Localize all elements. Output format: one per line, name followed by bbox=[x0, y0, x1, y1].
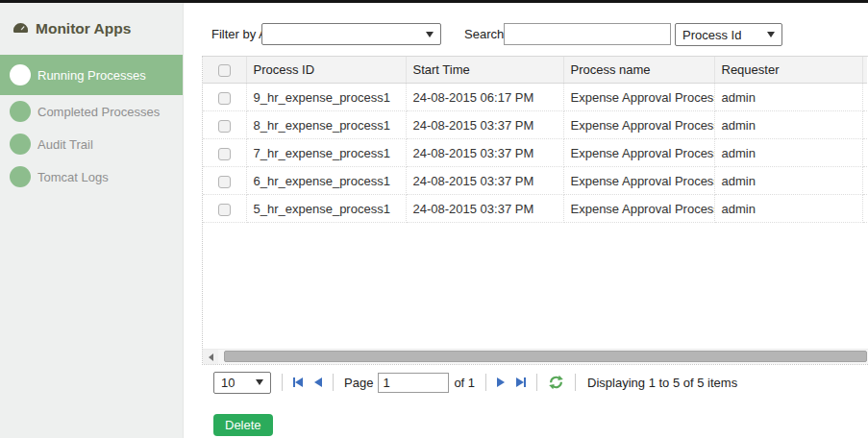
start-time-cell: 24-08-2015 03:37 PM bbox=[406, 139, 563, 167]
row-filler-cell bbox=[862, 167, 867, 195]
last-page-icon bbox=[516, 377, 524, 387]
last-page-button[interactable] bbox=[516, 377, 526, 387]
app-filter-select[interactable] bbox=[261, 23, 441, 45]
table-row[interactable]: 7_hr_expense_process1 24-08-2015 03:37 P… bbox=[203, 139, 867, 167]
column-header-requester[interactable]: Requester bbox=[714, 57, 862, 84]
next-page-button[interactable] bbox=[497, 377, 505, 387]
row-filler-cell bbox=[862, 195, 867, 223]
scrollbar-track[interactable] bbox=[218, 350, 868, 364]
chevron-down-icon bbox=[767, 32, 775, 37]
sidebar-item-completed-processes[interactable]: Completed Processes bbox=[0, 95, 183, 128]
refresh-button[interactable] bbox=[548, 375, 564, 390]
prev-page-icon bbox=[314, 377, 322, 387]
row-select-cell bbox=[203, 167, 246, 195]
start-time-cell: 24-08-2015 06:17 PM bbox=[406, 84, 563, 111]
start-time-cell: 24-08-2015 03:37 PM bbox=[406, 195, 563, 223]
horizontal-scrollbar bbox=[203, 349, 868, 364]
header-filler-cell bbox=[862, 57, 867, 84]
table-row[interactable]: 6_hr_expense_process1 24-08-2015 03:37 P… bbox=[203, 167, 867, 195]
scrollbar-thumb[interactable] bbox=[224, 351, 867, 362]
process-id-cell: 5_hr_expense_process1 bbox=[246, 195, 406, 223]
column-header-process-id[interactable]: Process ID bbox=[246, 57, 406, 84]
process-name-cell: Expense Approval Process bbox=[563, 139, 714, 167]
app-window: Monitor Apps Running Processes Completed… bbox=[0, 0, 868, 438]
sidebar: Monitor Apps Running Processes Completed… bbox=[0, 3, 184, 438]
requester-cell: admin bbox=[714, 111, 862, 139]
bullet-circle-icon bbox=[10, 134, 31, 155]
column-header-process-name[interactable]: Process name bbox=[563, 57, 714, 84]
page-label: Page bbox=[344, 376, 373, 390]
chevron-down-icon bbox=[426, 32, 434, 37]
requester-cell: admin bbox=[714, 84, 862, 111]
row-checkbox[interactable] bbox=[218, 120, 231, 133]
bullet-circle-icon bbox=[10, 64, 31, 85]
process-table: Process ID Start Time Process name Reque… bbox=[203, 57, 867, 223]
sidebar-title: Monitor Apps bbox=[36, 20, 131, 37]
requester-cell: admin bbox=[714, 139, 862, 167]
sidebar-item-label: Running Processes bbox=[37, 68, 146, 83]
row-select-cell bbox=[203, 84, 246, 111]
process-id-cell: 7_hr_expense_process1 bbox=[246, 139, 406, 167]
row-select-cell bbox=[203, 139, 246, 167]
process-id-cell: 8_hr_expense_process1 bbox=[246, 111, 406, 139]
row-select-cell bbox=[203, 111, 246, 139]
sidebar-header: Monitor Apps bbox=[0, 3, 183, 55]
select-all-header-cell bbox=[203, 57, 246, 84]
process-id-cell: 9_hr_expense_process1 bbox=[246, 84, 406, 111]
grid-empty-area bbox=[203, 223, 868, 349]
search-input[interactable] bbox=[504, 23, 671, 45]
toolbar-separator bbox=[575, 374, 576, 391]
row-filler-cell bbox=[862, 111, 867, 139]
sidebar-item-label: Audit Trail bbox=[37, 137, 93, 152]
row-filler-cell bbox=[862, 139, 867, 167]
search-label: Search bbox=[464, 27, 504, 41]
prev-page-button[interactable] bbox=[314, 377, 322, 387]
row-checkbox[interactable] bbox=[218, 176, 231, 188]
sidebar-item-running-processes[interactable]: Running Processes bbox=[0, 55, 183, 95]
requester-cell: admin bbox=[714, 167, 862, 195]
requester-cell: admin bbox=[714, 195, 862, 223]
refresh-icon bbox=[548, 375, 564, 390]
page-size-value: 10 bbox=[221, 376, 235, 390]
sidebar-item-tomcat-logs[interactable]: Tomcat Logs bbox=[0, 160, 183, 193]
process-name-cell: Expense Approval Process bbox=[563, 111, 714, 139]
sidebar-item-label: Completed Processes bbox=[37, 105, 160, 119]
delete-button[interactable]: Delete bbox=[213, 414, 273, 436]
page-size-select[interactable]: 10 bbox=[213, 372, 271, 394]
process-name-cell: Expense Approval Process bbox=[563, 167, 714, 195]
row-checkbox[interactable] bbox=[218, 92, 231, 105]
process-name-cell: Expense Approval Process bbox=[563, 195, 714, 223]
sidebar-item-audit-trail[interactable]: Audit Trail bbox=[0, 128, 183, 160]
toolbar-separator bbox=[536, 374, 537, 391]
bullet-circle-icon bbox=[10, 166, 31, 187]
pagination-status: Displaying 1 to 5 of 5 items bbox=[587, 376, 737, 390]
page-number-input[interactable] bbox=[378, 373, 449, 393]
table-row[interactable]: 9_hr_expense_process1 24-08-2015 06:17 P… bbox=[203, 84, 867, 111]
scroll-left-arrow-icon bbox=[209, 353, 213, 361]
bullet-circle-icon bbox=[10, 101, 31, 122]
sidebar-nav: Running Processes Completed Processes Au… bbox=[0, 55, 183, 193]
process-grid: Process ID Start Time Process name Reque… bbox=[202, 56, 868, 365]
table-row[interactable]: 5_hr_expense_process1 24-08-2015 03:37 P… bbox=[203, 195, 867, 223]
process-id-cell: 6_hr_expense_process1 bbox=[246, 167, 406, 195]
table-row[interactable]: 8_hr_expense_process1 24-08-2015 03:37 P… bbox=[203, 111, 867, 139]
page-count-label: of 1 bbox=[454, 376, 475, 390]
table-header-row: Process ID Start Time Process name Reque… bbox=[203, 57, 867, 84]
search-column-select-value: Process Id bbox=[682, 28, 741, 42]
scroll-left-button[interactable] bbox=[203, 350, 218, 364]
toolbar-separator bbox=[485, 374, 486, 391]
toolbar-separator bbox=[282, 374, 283, 391]
row-checkbox[interactable] bbox=[218, 148, 231, 160]
row-checkbox[interactable] bbox=[218, 204, 231, 216]
start-time-cell: 24-08-2015 03:37 PM bbox=[406, 111, 563, 139]
select-all-checkbox[interactable] bbox=[218, 64, 231, 77]
sidebar-item-label: Tomcat Logs bbox=[37, 170, 109, 184]
column-header-start-time[interactable]: Start Time bbox=[406, 57, 563, 84]
first-page-button[interactable] bbox=[293, 377, 303, 387]
process-name-cell: Expense Approval Process bbox=[563, 84, 714, 111]
toolbar-separator bbox=[333, 374, 334, 391]
row-select-cell bbox=[203, 195, 246, 223]
dashboard-icon bbox=[12, 21, 30, 37]
search-column-select[interactable]: Process Id bbox=[675, 23, 782, 46]
next-page-icon bbox=[497, 377, 505, 387]
